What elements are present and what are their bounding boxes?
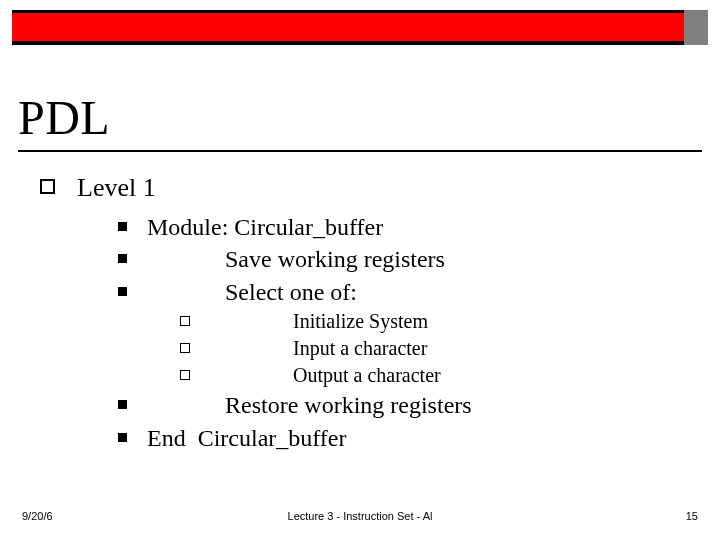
square-open-small-bullet-icon [180,316,190,326]
slide-footer: 9/20/6 Lecture 3 - Instruction Set - Al … [0,510,720,526]
square-fill-bullet-icon [118,287,127,296]
title-underline [18,150,702,152]
square-fill-bullet-icon [118,400,127,409]
list-item: Input a character [180,335,700,362]
square-open-small-bullet-icon [180,370,190,380]
header-bar [12,10,708,45]
square-fill-bullet-icon [118,222,127,231]
list-item: Initialize System [180,308,700,335]
footer-lecture: Lecture 3 - Instruction Set - Al [288,510,433,522]
square-open-small-bullet-icon [180,343,190,353]
item-text: Select one of: [147,276,357,308]
slide-body: Level 1 Module: Circular_buffer Save wor… [40,170,700,454]
list-item: Module: Circular_buffer [118,211,700,243]
subitem-text: Output a character [208,362,441,389]
level1-label: Level 1 [77,170,156,205]
item-text: End Circular_buffer [147,422,347,454]
list-item: End Circular_buffer [118,422,700,454]
item-text: Module: Circular_buffer [147,211,383,243]
slide-title: PDL [18,90,110,145]
list-item: Restore working registers [118,389,700,421]
square-fill-bullet-icon [118,254,127,263]
square-open-bullet-icon [40,179,55,194]
item-text: Save working registers [147,243,445,275]
footer-date: 9/20/6 [22,510,53,522]
list-item: Save working registers [118,243,700,275]
list-item: Level 1 [40,170,700,205]
subitem-text: Input a character [208,335,427,362]
footer-page-number: 15 [686,510,698,522]
item-text: Restore working registers [147,389,472,421]
subitem-text: Initialize System [208,308,428,335]
list-item: Select one of: [118,276,700,308]
list-item: Output a character [180,362,700,389]
square-fill-bullet-icon [118,433,127,442]
